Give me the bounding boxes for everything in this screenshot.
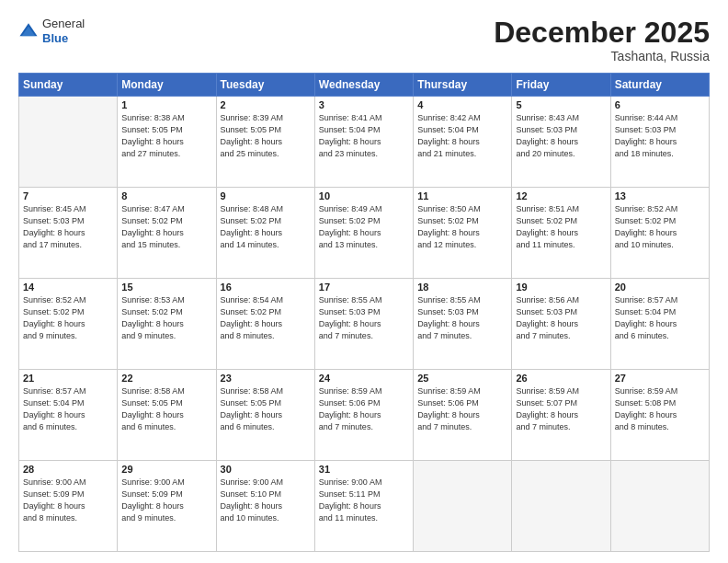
page: General Blue December 2025 Tashanta, Rus… xyxy=(0,0,728,563)
table-row: 2Sunrise: 8:39 AM Sunset: 5:05 PM Daylig… xyxy=(216,97,314,188)
table-row: 25Sunrise: 8:59 AM Sunset: 5:06 PM Dayli… xyxy=(414,370,512,461)
day-info: Sunrise: 8:59 AM Sunset: 5:07 PM Dayligh… xyxy=(516,385,606,433)
day-info: Sunrise: 8:45 AM Sunset: 5:03 PM Dayligh… xyxy=(23,203,113,251)
table-row: 1Sunrise: 8:38 AM Sunset: 5:05 PM Daylig… xyxy=(118,97,216,188)
calendar-week-row: 7Sunrise: 8:45 AM Sunset: 5:03 PM Daylig… xyxy=(19,188,710,279)
table-row: 9Sunrise: 8:48 AM Sunset: 5:02 PM Daylig… xyxy=(216,188,314,279)
table-row: 8Sunrise: 8:47 AM Sunset: 5:02 PM Daylig… xyxy=(118,188,216,279)
table-row: 21Sunrise: 8:57 AM Sunset: 5:04 PM Dayli… xyxy=(19,370,118,461)
day-info: Sunrise: 8:47 AM Sunset: 5:02 PM Dayligh… xyxy=(121,203,211,251)
col-monday: Monday xyxy=(118,74,216,97)
day-number: 3 xyxy=(319,99,409,110)
day-info: Sunrise: 8:59 AM Sunset: 5:08 PM Dayligh… xyxy=(615,385,705,433)
day-info: Sunrise: 9:00 AM Sunset: 5:09 PM Dayligh… xyxy=(23,477,113,524)
table-row: 17Sunrise: 8:55 AM Sunset: 5:03 PM Dayli… xyxy=(314,279,413,370)
calendar-week-row: 1Sunrise: 8:38 AM Sunset: 5:05 PM Daylig… xyxy=(19,97,710,188)
table-row: 19Sunrise: 8:56 AM Sunset: 5:03 PM Dayli… xyxy=(512,279,610,370)
day-number: 12 xyxy=(516,190,606,201)
logo: General Blue xyxy=(18,17,85,45)
day-number: 26 xyxy=(516,373,606,384)
day-info: Sunrise: 8:49 AM Sunset: 5:02 PM Dayligh… xyxy=(319,203,409,251)
day-info: Sunrise: 8:58 AM Sunset: 5:05 PM Dayligh… xyxy=(221,385,311,433)
day-number: 20 xyxy=(615,282,705,293)
day-number: 22 xyxy=(121,373,211,384)
table-row: 22Sunrise: 8:58 AM Sunset: 5:05 PM Dayli… xyxy=(118,370,216,461)
day-info: Sunrise: 8:53 AM Sunset: 5:02 PM Dayligh… xyxy=(121,294,211,342)
col-friday: Friday xyxy=(512,74,610,97)
day-number: 9 xyxy=(221,190,311,201)
col-wednesday: Wednesday xyxy=(314,74,413,97)
day-number: 11 xyxy=(417,190,507,201)
table-row: 10Sunrise: 8:49 AM Sunset: 5:02 PM Dayli… xyxy=(314,188,413,279)
day-number: 4 xyxy=(417,99,507,110)
day-info: Sunrise: 8:57 AM Sunset: 5:04 PM Dayligh… xyxy=(615,294,705,342)
day-info: Sunrise: 9:00 AM Sunset: 5:11 PM Dayligh… xyxy=(319,477,409,524)
day-number: 14 xyxy=(23,282,113,293)
day-info: Sunrise: 8:52 AM Sunset: 5:02 PM Dayligh… xyxy=(615,203,705,251)
col-thursday: Thursday xyxy=(414,74,512,97)
day-info: Sunrise: 8:52 AM Sunset: 5:02 PM Dayligh… xyxy=(23,294,113,342)
table-row: 6Sunrise: 8:44 AM Sunset: 5:03 PM Daylig… xyxy=(610,97,709,188)
table-row: 23Sunrise: 8:58 AM Sunset: 5:05 PM Dayli… xyxy=(216,370,314,461)
day-number: 1 xyxy=(121,99,211,110)
day-number: 17 xyxy=(319,282,409,293)
table-row: 27Sunrise: 8:59 AM Sunset: 5:08 PM Dayli… xyxy=(610,370,709,461)
day-info: Sunrise: 8:59 AM Sunset: 5:06 PM Dayligh… xyxy=(417,385,507,433)
table-row: 12Sunrise: 8:51 AM Sunset: 5:02 PM Dayli… xyxy=(512,188,610,279)
month-title: December 2025 xyxy=(494,17,710,49)
day-info: Sunrise: 9:00 AM Sunset: 5:09 PM Dayligh… xyxy=(121,477,211,524)
day-info: Sunrise: 8:50 AM Sunset: 5:02 PM Dayligh… xyxy=(417,203,507,251)
calendar-week-row: 28Sunrise: 9:00 AM Sunset: 5:09 PM Dayli… xyxy=(19,461,710,552)
table-row: 15Sunrise: 8:53 AM Sunset: 5:02 PM Dayli… xyxy=(118,279,216,370)
table-row: 20Sunrise: 8:57 AM Sunset: 5:04 PM Dayli… xyxy=(610,279,709,370)
table-row: 13Sunrise: 8:52 AM Sunset: 5:02 PM Dayli… xyxy=(610,188,709,279)
table-row: 31Sunrise: 9:00 AM Sunset: 5:11 PM Dayli… xyxy=(314,461,413,552)
location: Tashanta, Russia xyxy=(494,49,710,63)
calendar-week-row: 21Sunrise: 8:57 AM Sunset: 5:04 PM Dayli… xyxy=(19,370,710,461)
table-row: 7Sunrise: 8:45 AM Sunset: 5:03 PM Daylig… xyxy=(19,188,118,279)
day-info: Sunrise: 8:44 AM Sunset: 5:03 PM Dayligh… xyxy=(615,112,705,160)
day-number: 28 xyxy=(23,464,113,475)
day-info: Sunrise: 8:39 AM Sunset: 5:05 PM Dayligh… xyxy=(221,112,311,160)
day-number: 8 xyxy=(121,190,211,201)
table-row xyxy=(19,97,118,188)
day-info: Sunrise: 8:58 AM Sunset: 5:05 PM Dayligh… xyxy=(121,385,211,433)
day-info: Sunrise: 8:41 AM Sunset: 5:04 PM Dayligh… xyxy=(319,112,409,160)
table-row xyxy=(512,461,610,552)
day-info: Sunrise: 8:42 AM Sunset: 5:04 PM Dayligh… xyxy=(417,112,507,160)
logo-icon xyxy=(18,21,39,41)
day-number: 31 xyxy=(319,464,409,475)
day-info: Sunrise: 8:56 AM Sunset: 5:03 PM Dayligh… xyxy=(516,294,606,342)
day-number: 21 xyxy=(23,373,113,384)
col-tuesday: Tuesday xyxy=(216,74,314,97)
day-number: 27 xyxy=(615,373,705,384)
day-number: 6 xyxy=(615,99,705,110)
day-number: 5 xyxy=(516,99,606,110)
table-row: 18Sunrise: 8:55 AM Sunset: 5:03 PM Dayli… xyxy=(414,279,512,370)
table-row: 30Sunrise: 9:00 AM Sunset: 5:10 PM Dayli… xyxy=(216,461,314,552)
day-info: Sunrise: 8:51 AM Sunset: 5:02 PM Dayligh… xyxy=(516,203,606,251)
col-saturday: Saturday xyxy=(610,74,709,97)
day-number: 16 xyxy=(221,282,311,293)
table-row: 11Sunrise: 8:50 AM Sunset: 5:02 PM Dayli… xyxy=(414,188,512,279)
table-row: 28Sunrise: 9:00 AM Sunset: 5:09 PM Dayli… xyxy=(19,461,118,552)
title-block: December 2025 Tashanta, Russia xyxy=(494,17,710,63)
day-number: 7 xyxy=(23,190,113,201)
table-row: 14Sunrise: 8:52 AM Sunset: 5:02 PM Dayli… xyxy=(19,279,118,370)
day-number: 23 xyxy=(221,373,311,384)
table-row: 29Sunrise: 9:00 AM Sunset: 5:09 PM Dayli… xyxy=(118,461,216,552)
day-number: 15 xyxy=(121,282,211,293)
table-row: 4Sunrise: 8:42 AM Sunset: 5:04 PM Daylig… xyxy=(414,97,512,188)
day-info: Sunrise: 8:55 AM Sunset: 5:03 PM Dayligh… xyxy=(417,294,507,342)
day-number: 13 xyxy=(615,190,705,201)
header: General Blue December 2025 Tashanta, Rus… xyxy=(18,17,710,63)
day-info: Sunrise: 8:38 AM Sunset: 5:05 PM Dayligh… xyxy=(121,112,211,160)
day-info: Sunrise: 8:59 AM Sunset: 5:06 PM Dayligh… xyxy=(319,385,409,433)
day-number: 19 xyxy=(516,282,606,293)
logo-text: General Blue xyxy=(42,17,85,45)
day-info: Sunrise: 8:43 AM Sunset: 5:03 PM Dayligh… xyxy=(516,112,606,160)
table-row: 3Sunrise: 8:41 AM Sunset: 5:04 PM Daylig… xyxy=(314,97,413,188)
table-row xyxy=(414,461,512,552)
logo-blue: Blue xyxy=(42,31,85,46)
day-info: Sunrise: 8:57 AM Sunset: 5:04 PM Dayligh… xyxy=(23,385,113,433)
